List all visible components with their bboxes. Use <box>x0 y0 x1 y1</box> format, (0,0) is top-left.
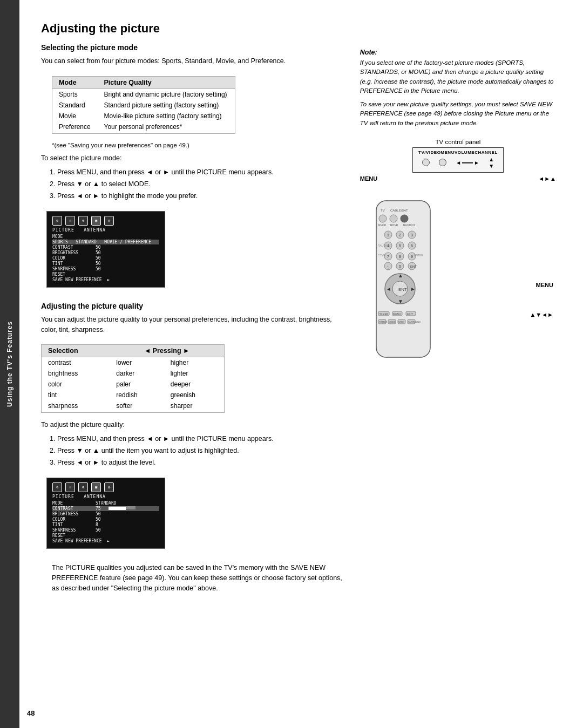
s2-icon-2: ☉ <box>65 482 75 492</box>
svg-text:TV: TV <box>381 209 385 212</box>
section1-intro: You can select from four picture modes: … <box>41 56 349 66</box>
side-tab-text: Using the TV's Features <box>6 321 13 407</box>
ch-down-arrow[interactable]: ▼ <box>489 163 494 169</box>
section2-step-item-1: Press MENU, and then press ◄ or ► until … <box>57 433 349 444</box>
to-select-text: To select the picture mode: <box>41 153 349 164</box>
table-row: SportsBright and dynamic picture (factor… <box>52 89 235 100</box>
table-row: MovieMovie-like picture setting (factory… <box>52 111 235 121</box>
pressing-col1: Selection <box>42 345 110 357</box>
remote-wrapper: TV CABLE/SAT RVCR ROVD RAUDIO1 1 2 <box>360 198 556 383</box>
icon-5: ◎ <box>104 216 114 226</box>
svg-text:2: 2 <box>399 233 401 237</box>
step-item-3: Press ◄ or ► to highlight the mode you p… <box>57 190 349 201</box>
svg-text:GUIDE: GUIDE <box>389 321 396 323</box>
quality-cell: Movie-like picture setting (factory sett… <box>97 111 235 121</box>
note-box: Note: If you select one of the factory-s… <box>360 49 556 128</box>
remote-svg: TV CABLE/SAT RVCR ROVD RAUDIO1 1 2 <box>360 198 446 382</box>
screen1-row-mode: MODE <box>52 234 159 239</box>
svg-text:MENU: MENU <box>393 312 401 316</box>
pressing-table-row: colorpalerdeeper <box>42 379 224 390</box>
note-title: Note: <box>360 49 556 56</box>
s2-row-mode: MODESTANDARD <box>52 501 159 506</box>
s2-row-brightness: BRIGHTNESS50 <box>52 512 159 516</box>
quality-cell: Standard picture setting (factory settin… <box>97 100 235 111</box>
svg-text:9: 9 <box>411 255 413 258</box>
svg-text:0: 0 <box>399 264 401 268</box>
s2-row-color: COLOR50 <box>52 517 159 522</box>
table-row: PreferenceYour personal preferences* <box>52 121 235 133</box>
to-adjust-text: To adjust the picture quality: <box>41 420 349 430</box>
selection-cell: brightness <box>42 368 110 379</box>
btn-label-menu: MENU <box>440 150 455 155</box>
page-title: Adjusting the picture <box>41 22 556 36</box>
right-cell: greenish <box>164 390 224 400</box>
tv-panel-label: TV control panel <box>360 139 556 145</box>
tv-panel-top-labels: TV/VIDEO MENU VOLUME CHANNEL <box>418 150 498 155</box>
svg-text:3: 3 <box>411 233 413 237</box>
mode-cell: Sports <box>52 89 97 100</box>
btn-tv-video[interactable] <box>422 159 430 166</box>
svg-text:WIDE: WIDE <box>398 321 404 323</box>
screen1-row-save: SAVE NEW PREFERENCE► <box>52 277 159 282</box>
svg-text:RAUDIO1: RAUDIO1 <box>403 223 415 227</box>
screen1-row-sharpness: SHARPNESS50 <box>52 267 159 271</box>
right-cell: deeper <box>164 379 224 390</box>
svg-text:CCVR: CCVR <box>378 254 386 257</box>
svg-text:8: 8 <box>399 255 401 258</box>
svg-text:7: 7 <box>387 255 389 258</box>
svg-point-30 <box>384 262 392 270</box>
s2-row-contrast: CONTRAST 75 <box>52 506 159 511</box>
btn-label-volume: VOLUME <box>455 150 474 155</box>
right-cell: higher <box>164 357 224 369</box>
ch-up-arrow[interactable]: ▲ <box>489 157 494 162</box>
mode-cell: Movie <box>52 111 97 121</box>
section2-bottom-text: The PICTURE qualities you adjusted can b… <box>52 563 349 593</box>
step-item-2: Press ▼ or ▲ to select MODE. <box>57 179 349 189</box>
panel-nav-label: ◄►▲ <box>538 175 556 182</box>
svg-text:ROVD: ROVD <box>390 223 398 227</box>
svg-text:ENT: ENT <box>410 265 417 268</box>
note-line2: To save your new picture quality setting… <box>360 100 556 128</box>
svg-text:CABLE/SAT: CABLE/SAT <box>390 209 408 212</box>
icon-2: ☉ <box>65 216 75 226</box>
screen2-menu-label: PICTURE ANTENNA <box>52 494 159 499</box>
panel-annotations: MENU ◄►▲ <box>360 175 556 182</box>
step-item-1: Press MENU, and then press ◄ or ► until … <box>57 167 349 178</box>
screen1-row-sports: SPORTS STANDARD MOVIE / PREFERENCE <box>52 240 159 244</box>
screen-mockup-2: ⊙ ☉ ⊛ ▣ ◎ PICTURE ANTENNA MODESTANDARD C… <box>46 478 165 549</box>
remote-nav-annotation: ▲▼◄► <box>530 311 553 318</box>
screen-icons-row: ⊙ ☉ ⊛ ▣ ◎ <box>52 216 159 226</box>
svg-text:STATUS: STATUS <box>379 321 388 323</box>
section2-step-item-2: Press ▼ or ▲ until the item you want to … <box>57 445 349 456</box>
screen1-row-reset: RESET <box>52 272 159 277</box>
svg-text:6: 6 <box>411 244 413 248</box>
section1-heading: Selecting the picture mode <box>41 43 349 52</box>
section2-heading: Adjusting the picture quality <box>41 302 349 310</box>
svg-text:►: ► <box>410 286 416 292</box>
pressing-table-row: contrastlowerhigher <box>42 357 224 369</box>
s2-row-sharpness: SHARPNESS50 <box>52 528 159 533</box>
pressing-table-row: sharpnesssoftersharper <box>42 400 224 412</box>
remote-menu-annotation: MENU <box>536 282 553 288</box>
vol-left-arrow[interactable]: ◄ <box>456 160 461 166</box>
left-cell: darker <box>110 368 164 379</box>
picture-mode-table: Mode Picture Quality SportsBright and dy… <box>52 76 235 134</box>
col2-header: Picture Quality <box>97 77 235 89</box>
svg-text:·: · <box>387 264 388 268</box>
vol-right-arrow[interactable]: ► <box>474 160 479 166</box>
icon-1: ⊙ <box>52 216 62 226</box>
svg-text:RAUDIO1: RAUDIO1 <box>378 244 390 247</box>
tv-panel: TV/VIDEO MENU VOLUME CHANNEL ◄ <box>412 147 504 173</box>
s2-row-save: SAVE NEW PREFERENCE► <box>52 539 159 543</box>
btn-menu[interactable] <box>439 159 446 166</box>
right-cell: lighter <box>164 368 224 379</box>
svg-text:▼: ▼ <box>398 298 403 304</box>
s2-icon-5: ◎ <box>104 482 114 492</box>
tv-panel-buttons: ◄ ► ▲ ▼ <box>418 157 498 169</box>
section2-step-item-3: Press ◄ or ► to adjust the level. <box>57 457 349 468</box>
left-cell: reddish <box>110 390 164 400</box>
btn-label-channel: CHANNEL <box>474 150 498 155</box>
screen-mockup-1: ⊙ ☉ ⊛ ▣ ◎ PICTURE ANTENNA MODE SPORTS ST… <box>46 211 165 288</box>
svg-text:SLEEP: SLEEP <box>379 312 389 316</box>
remote-nav-label: ▲▼◄► <box>530 311 553 318</box>
